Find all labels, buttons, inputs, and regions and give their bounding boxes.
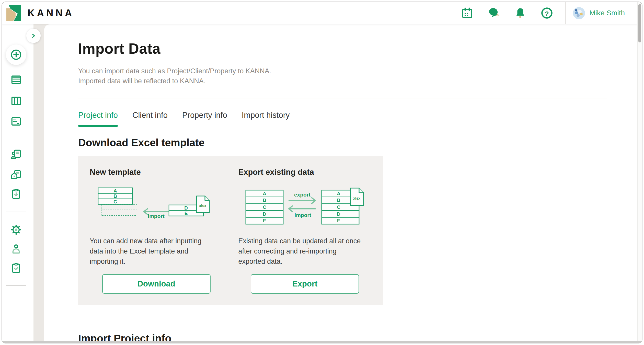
card-title: New template [90,168,223,177]
download-button[interactable]: Download [102,274,211,294]
note-card-icon[interactable] [10,116,22,127]
svg-text:D: D [263,211,266,217]
svg-text:A: A [337,191,340,196]
sidebar-expand-button[interactable] [26,29,41,43]
svg-text:D: D [337,211,340,217]
calendar-icon[interactable] [461,7,473,19]
app-window: KANNA [2,2,642,343]
notifications-bell-icon[interactable] [514,7,526,19]
template-cards-panel: New template A [78,156,383,305]
sidebar-divider [6,138,26,138]
plus-circle-icon [10,49,22,61]
svg-text:B: B [337,198,340,203]
svg-text:C: C [263,204,266,210]
export-button[interactable]: Export [251,274,359,294]
property-doc-icon[interactable] [10,169,22,181]
kanna-logo-icon [6,5,21,21]
new-template-card: New template A [90,168,223,294]
sidebar-divider [6,285,26,286]
svg-text:?: ? [545,10,549,17]
brand-name: KANNA [28,8,74,19]
card-title: Export existing data [238,168,372,177]
board-columns-icon[interactable] [10,95,22,107]
avatar[interactable] [573,7,585,19]
svg-text:xlsx: xlsx [199,204,206,208]
tab-property-info[interactable]: Property info [182,111,227,120]
user-name[interactable]: Mike Smith [590,9,625,17]
top-header: KANNA [2,2,638,24]
svg-text:A: A [113,188,117,193]
content-panel: Import Data You can import data such as … [44,24,638,343]
xlsx-file-icon: xlsx [197,196,209,213]
svg-text:E: E [337,218,340,223]
sidebar-divider [6,212,26,212]
svg-text:E: E [185,211,188,216]
gear-icon[interactable] [10,224,22,236]
create-new-button[interactable] [6,44,26,65]
svg-text:import: import [294,212,311,218]
tab-client-info[interactable]: Client info [132,111,168,120]
user-icon[interactable] [10,243,22,255]
sidebar [2,24,33,343]
chat-icon[interactable] [488,7,500,19]
card-description: Existing data can be updated all at once… [238,236,372,267]
section-divider [78,98,607,98]
page-description-line2: Imported data will be reflected to KANNA… [78,76,607,86]
svg-text:D: D [184,205,188,211]
page-description-line1: You can import data such as Project/Clie… [78,66,607,76]
rows-list-icon[interactable] [10,74,22,86]
svg-text:B: B [113,193,117,199]
download-template-heading: Download Excel template [78,137,607,149]
tab-project-info[interactable]: Project info [78,111,118,120]
card-description: You can add new data after inputting dat… [90,236,223,267]
clipboard-check-icon[interactable] [10,262,22,274]
svg-text:xlsx: xlsx [353,196,360,200]
page-title: Import Data [78,40,607,57]
window-bottom-edge [2,341,642,343]
svg-text:C: C [113,199,117,204]
svg-text:C: C [337,204,340,210]
clipboard-import-icon[interactable] [10,188,22,200]
main-area: Import Data You can import data such as … [33,24,638,343]
svg-text:E: E [263,218,266,223]
new-template-illustration: A B C impo [90,185,223,227]
help-icon[interactable]: ? [541,7,553,19]
scrollbar-thumb[interactable] [638,4,641,42]
tab-import-history[interactable]: Import history [242,111,290,120]
export-data-card: Export existing data [238,168,372,294]
tab-bar: Project info Client info Property info I… [78,111,607,120]
svg-text:export: export [294,192,310,198]
chevron-right-icon [31,33,36,38]
svg-text:B: B [263,198,266,203]
user-menu[interactable]: Mike Smith [566,7,638,19]
xlsx-file-icon: xlsx [350,188,364,205]
export-data-illustration: A B C D E export [238,185,372,227]
client-doc-icon[interactable] [10,148,22,160]
svg-text:A: A [263,191,266,196]
vertical-scrollbar[interactable] [637,2,642,341]
svg-text:import: import [148,213,164,219]
